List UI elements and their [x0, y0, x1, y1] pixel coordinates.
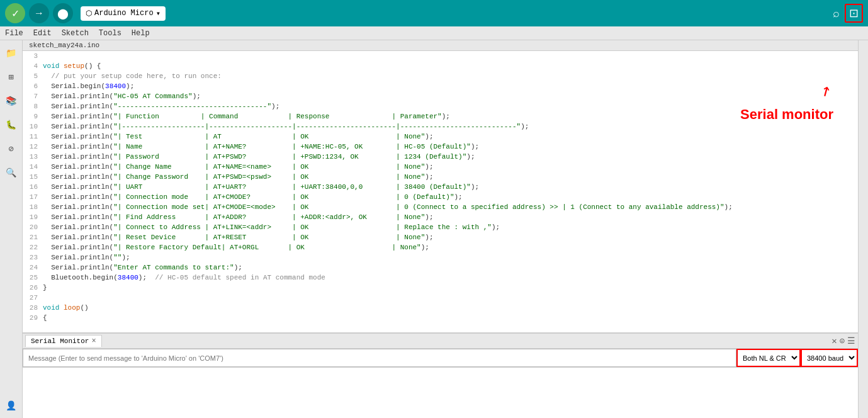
serial-tab[interactable]: Serial Monitor ×	[25, 335, 102, 347]
code-line: 13 Serial.println("| Password | AT+PSWD?…	[23, 152, 858, 162]
sidebar-search-icon[interactable]: 🔍	[4, 165, 19, 180]
menu-tools[interactable]: Tools	[99, 29, 121, 38]
board-dropdown-icon: ▾	[156, 9, 161, 18]
serial-output	[23, 368, 858, 418]
serial-tab-label: Serial Monitor	[31, 337, 89, 345]
code-line: 9 Serial.println("| Function | Command |…	[23, 111, 858, 121]
code-line: 17 Serial.println("| Connection mode | A…	[23, 192, 858, 202]
code-line: 18 Serial.println("| Connection mode set…	[23, 202, 858, 212]
verify-button[interactable]: ✓	[5, 3, 25, 23]
code-line: 12 Serial.println("| Name | AT+NAME? | +…	[23, 142, 858, 152]
code-line: 23 Serial.println("");	[23, 252, 858, 263]
code-line: 5 // put your setup code here, to run on…	[23, 71, 858, 81]
search-button[interactable]: ⌕	[830, 4, 842, 23]
sidebar-bottom-icon[interactable]: 👤	[4, 398, 19, 413]
code-line: 19 Serial.println("| Find Address | AT+A…	[23, 212, 858, 222]
menu-edit[interactable]: Edit	[33, 29, 52, 38]
code-line: 29{	[23, 313, 858, 323]
file-tab: sketch_may24a.ino	[23, 40, 858, 51]
right-scrollbar[interactable]	[858, 40, 868, 418]
sidebar-boards-icon[interactable]: ⊞	[4, 69, 19, 84]
code-line: 7 Serial.println("HC-05 AT Commands");	[23, 91, 858, 101]
left-sidebar: 📁 ⊞ 📚 🐛 ⊘ 🔍 👤	[0, 40, 23, 418]
serial-clear-icon[interactable]: ✕	[831, 336, 837, 346]
code-line: 4void setup() {	[23, 61, 858, 71]
code-line: 15 Serial.println("| Change Password | A…	[23, 172, 858, 182]
sidebar-debug-icon[interactable]: 🐛	[4, 117, 19, 132]
menu-help[interactable]: Help	[132, 29, 150, 38]
debug-button[interactable]: ⬤	[53, 3, 73, 23]
serial-tab-icons: ✕ ⊙ ☰	[831, 336, 855, 346]
code-line: 26}	[23, 283, 858, 293]
serial-tab-close[interactable]: ×	[91, 337, 96, 346]
menubar: File Edit Sketch Tools Help	[0, 26, 868, 40]
toolbar: ✓ → ⬤ ⬡ Arduino Micro ▾ ⌕ ⊡	[0, 0, 868, 26]
sidebar-files-icon[interactable]: 📁	[4, 45, 19, 60]
code-line: 27	[23, 293, 858, 303]
upload-button[interactable]: →	[29, 3, 49, 23]
code-line: 21 Serial.println("| Reset Device | AT+R…	[23, 232, 858, 242]
sidebar-libraries-icon[interactable]: 📚	[4, 93, 19, 108]
serial-tab-bar: Serial Monitor × ✕ ⊙ ☰	[23, 334, 858, 349]
sidebar-block-icon[interactable]: ⊘	[4, 141, 19, 156]
code-editor[interactable]: 3 4void setup() { 5 // put your setup co…	[23, 51, 858, 332]
code-line: 28void loop()	[23, 303, 858, 313]
board-icon: ⬡	[86, 9, 92, 18]
code-line: 14 Serial.println("| Change Name | AT+NA…	[23, 162, 858, 172]
code-line: 24 Serial.println("Enter AT commands to …	[23, 263, 858, 273]
menu-sketch[interactable]: Sketch	[62, 29, 89, 38]
board-name: Arduino Micro	[94, 9, 154, 18]
serial-nl-cr-select[interactable]: Both NL & CR	[736, 349, 801, 367]
serial-menu-icon[interactable]: ☰	[847, 336, 855, 346]
serial-monitor-button[interactable]: ⊡	[845, 4, 863, 23]
file-tab-name: sketch_may24a.ino	[29, 42, 99, 49]
editor-container: sketch_may24a.ino 3 4void setup() { 5 //…	[23, 40, 858, 418]
board-selector[interactable]: ⬡ Arduino Micro ▾	[81, 6, 166, 21]
serial-message-input[interactable]	[23, 349, 736, 367]
code-line: 6 Serial.begin(38400);	[23, 81, 858, 91]
code-line: 3	[23, 51, 858, 61]
code-line: 20 Serial.println("| Connect to Address …	[23, 222, 858, 232]
code-line: 22 Serial.println("| Restore Factory Def…	[23, 242, 858, 252]
serial-monitor-panel: Serial Monitor × ✕ ⊙ ☰ Both NL & CR	[23, 332, 858, 418]
code-line: 10 Serial.println("|--------------------…	[23, 121, 858, 132]
code-line: 16 Serial.println("| UART | AT+UART? | +…	[23, 182, 858, 192]
serial-input-bar: Both NL & CR 38400 baud	[23, 349, 858, 368]
serial-scroll-icon[interactable]: ⊙	[840, 336, 845, 346]
menu-file[interactable]: File	[5, 29, 23, 38]
code-line: 11 Serial.println("| Test | AT | OK | No…	[23, 132, 858, 142]
serial-baud-select[interactable]: 38400 baud	[801, 349, 858, 367]
code-line: 25 Bluetooth.begin(38400); // HC-05 defa…	[23, 273, 858, 283]
code-line: 8 Serial.println("----------------------…	[23, 101, 858, 111]
